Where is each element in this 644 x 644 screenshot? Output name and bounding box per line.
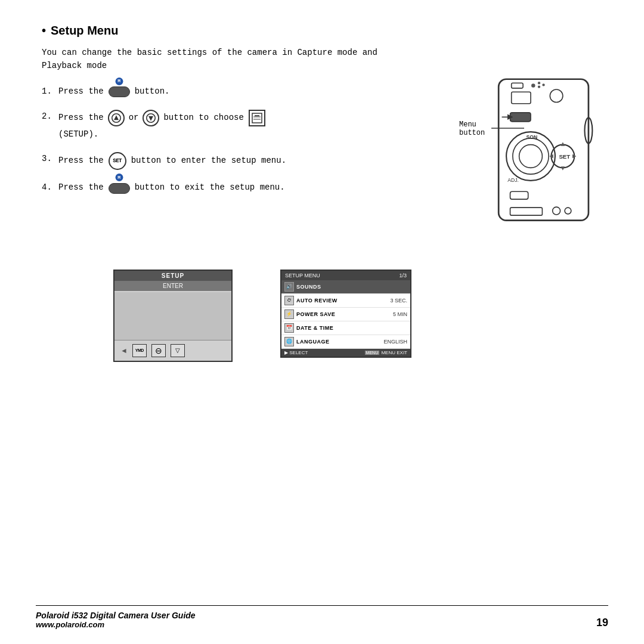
svg-point-18 <box>550 89 563 103</box>
menu-item-auto-review: ⏱ AUTO REVIEW 3 SEC. <box>281 294 410 308</box>
left-screen: SETUP ENTER ◄ YMD ⊖ ▽ <box>113 270 233 362</box>
nav-down-button <box>143 110 159 126</box>
left-screen-header: SETUP <box>114 271 231 281</box>
svg-rect-11 <box>512 83 523 88</box>
svg-point-13 <box>538 82 540 84</box>
menu-item-language: 🌐 LANGUAGE ENGLISH <box>281 335 410 349</box>
step-2-number: 2. <box>42 110 55 124</box>
step-4: 4. Press the M button to exit the setup … <box>42 181 388 195</box>
step-2-text-before: Press the <box>58 111 104 125</box>
date-time-label: DATE & TIME <box>296 325 405 331</box>
section-title: Setup Menu <box>42 24 608 38</box>
svg-marker-3 <box>148 116 153 120</box>
auto-review-icon: ⏱ <box>284 296 294 305</box>
svg-point-15 <box>542 83 544 86</box>
svg-rect-16 <box>512 92 531 103</box>
setup-choice-icon <box>249 110 265 126</box>
step-2-text-middle: button to choose <box>163 111 243 125</box>
setup-icon-small: ▽ <box>171 344 185 357</box>
svg-rect-17 <box>510 113 531 122</box>
svg-rect-30 <box>510 191 528 199</box>
page-footer: Polaroid i532 Digital Camera User Guide … <box>36 605 608 629</box>
step-4-text-after: button to exit the setup menu. <box>135 181 285 195</box>
footer-line1: Polaroid i532 Digital Camera User Guide <box>36 611 196 620</box>
set-button-icon: SET <box>109 152 126 170</box>
svg-point-14 <box>538 85 540 88</box>
language-icon: 🌐 <box>284 337 294 346</box>
m-button-icon: M <box>109 85 130 99</box>
step-3-text-after: button to enter the setup menu. <box>131 154 286 168</box>
step-1: 1. Press the M button. <box>42 85 388 99</box>
svg-rect-4 <box>252 113 262 123</box>
sounds-icon: 🔊 <box>284 282 294 292</box>
menu-item-date-time: 📅 DATE & TIME <box>281 321 410 335</box>
menu-item-power-save: ⚡ POWER SAVE 5 MIN <box>281 308 410 321</box>
intro-text: You can change the basic settings of the… <box>42 48 377 70</box>
left-screen-footer: ◄ YMD ⊖ ▽ <box>114 340 231 361</box>
camera-diagram: Menu button <box>453 73 608 240</box>
step-2-or-text: or <box>129 111 139 125</box>
language-value: ENGLISH <box>383 339 407 345</box>
date-time-icon: 📅 <box>284 323 294 333</box>
auto-review-label: AUTO REVIEW <box>296 298 388 304</box>
svg-marker-8 <box>255 115 259 116</box>
menu-badge: MENU <box>365 351 380 355</box>
right-screen: SETUP MENU 1/3 🔊 SOUNDS ⏱ AUTO REVIEW 3 … <box>280 270 411 358</box>
step-2-extra: (SETUP). <box>58 129 98 139</box>
left-screen-enter: ENTER <box>114 281 231 291</box>
power-save-icon: ⚡ <box>284 309 294 319</box>
step-3-number: 3. <box>42 152 55 166</box>
step-4-text-before: Press the <box>58 181 104 195</box>
ymd-icon: YMD <box>132 344 147 357</box>
svg-text:SON: SON <box>526 134 537 140</box>
auto-review-value: 3 SEC. <box>390 298 407 304</box>
right-footer-select: ▶ SELECT <box>284 350 308 355</box>
svg-point-20 <box>513 138 549 174</box>
left-arrow-indicator: ◄ <box>120 346 128 355</box>
svg-marker-26 <box>561 142 565 145</box>
power-save-label: POWER SAVE <box>296 311 391 317</box>
step-4-number: 4. <box>42 181 55 195</box>
footer-left: Polaroid i532 Digital Camera User Guide … <box>36 611 196 629</box>
left-screen-body <box>114 292 231 340</box>
svg-point-12 <box>531 83 535 87</box>
svg-text:SET: SET <box>559 153 570 160</box>
svg-marker-27 <box>561 166 565 170</box>
sounds-label: SOUNDS <box>296 284 407 290</box>
svg-text:ADJ.: ADJ. <box>507 177 519 183</box>
svg-point-33 <box>553 207 561 215</box>
step-2: 2. Press the or button to choose <box>42 110 388 142</box>
step-1-text-after: button. <box>135 85 170 99</box>
screenshots-row: SETUP ENTER ◄ YMD ⊖ ▽ SETUP MENU 1/3 🔊 <box>42 270 608 362</box>
m-button-icon-2: M <box>109 181 130 195</box>
language-label: LANGUAGE <box>296 339 381 345</box>
page-number: 19 <box>596 617 608 629</box>
svg-point-34 <box>565 208 571 214</box>
step-1-number: 1. <box>42 85 55 99</box>
right-screen-footer: ▶ SELECT MENU MENU EXIT <box>281 349 410 357</box>
svg-rect-32 <box>510 208 543 215</box>
svg-marker-1 <box>114 115 119 120</box>
right-footer-exit: MENU MENU EXIT <box>365 350 407 355</box>
footer-line2: www.polaroid.com <box>36 620 196 629</box>
intro-paragraph: You can change the basic settings of the… <box>42 46 400 73</box>
step-3: 3. Press the SET button to enter the set… <box>42 152 388 170</box>
title-text: Setup Menu <box>51 24 118 38</box>
right-screen-header: SETUP MENU 1/3 <box>281 271 410 280</box>
power-save-value: 5 MIN <box>393 311 407 317</box>
svg-point-21 <box>519 144 543 168</box>
step-1-text-before: Press the <box>58 85 104 99</box>
right-screen-title: SETUP MENU <box>285 273 320 278</box>
right-screen-page: 1/3 <box>399 273 407 278</box>
menu-item-sounds: 🔊 SOUNDS <box>281 280 410 294</box>
step-3-text-before: Press the <box>58 154 104 168</box>
circle-icon: ⊖ <box>151 344 166 357</box>
nav-up-button <box>108 110 125 126</box>
